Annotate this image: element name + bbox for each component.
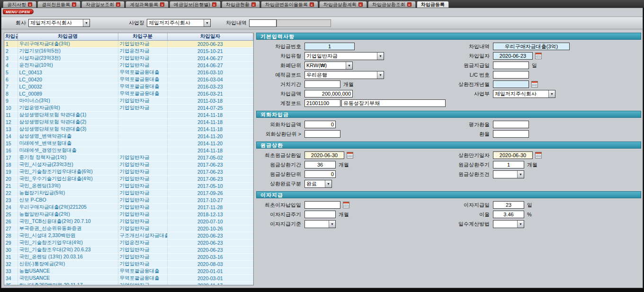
principal-repay-unit-field[interactable] — [304, 170, 336, 178]
table-row[interactable]: 33농협USANCE무역포괄금융대출2020-01-01 — [4, 267, 253, 274]
table-row[interactable]: 26국민_TCB신용대출(2억) 20.7.10기업일반자금2020-07-10 — [4, 218, 253, 225]
loan-date-field[interactable] — [493, 52, 533, 60]
fx-loan-amount-field[interactable] — [304, 121, 336, 128]
table-row[interactable]: 22농협장기차입금(5억)기업일반자금2017-09-26 — [4, 189, 253, 196]
table-row[interactable]: 32신한(-)통장예금(2억)기업일반자금2020-08-03 — [4, 260, 253, 267]
calendar-icon[interactable] — [535, 53, 542, 59]
col-header-loan-date[interactable]: 차입일자 — [167, 33, 253, 40]
interest-pay-day-field[interactable] — [493, 201, 524, 209]
tab-공지사항[interactable]: 공지사항× — [3, 1, 36, 8]
table-row[interactable]: 3시설자금(23억3천)기업일반자금2014-06-27 — [4, 54, 253, 62]
tab-차입금상환조회[interactable]: 차입금상환조회× — [368, 1, 416, 8]
site-select[interactable]: 제일저지주식회사 ▼ — [147, 19, 211, 27]
table-row[interactable]: 34국민USANCE무역포괄금융대출2020-03-01 — [4, 274, 253, 282]
deposit-code-select[interactable]: 우리은행 ▼ — [304, 71, 384, 79]
tab-close-icon[interactable]: × — [358, 2, 363, 7]
tab-label: 공지사항 — [7, 1, 26, 8]
table-row[interactable]: 16미래에셋_경영인보험대출2014-11-18 — [4, 147, 253, 154]
table-row[interactable]: 5LC_00413무역포괄금융대출2016-03-10 — [4, 69, 253, 76]
calendar-icon[interactable] — [347, 152, 353, 159]
table-row[interactable]: 25농협일반자금대출(2억)기업일반자금2018-12-13 — [4, 211, 253, 218]
table-row[interactable]: 35하나대출260백만원 20.11.17기업일반자금2020-11-17 — [4, 282, 253, 285]
loan-type-cell: 무역포괄금융대출 — [118, 267, 167, 274]
calendar-icon[interactable] — [535, 152, 542, 159]
principal-payment-day-field[interactable] — [493, 62, 529, 69]
table-row[interactable]: 19국민_기술창조기업우대대출(6억)기업일반자금2017-06-23 — [4, 168, 253, 175]
table-row[interactable]: 17중기청 정책자금(1억)기업일반자금2017-05-02 — [4, 154, 253, 161]
tab-close-icon[interactable]: × — [160, 2, 164, 7]
tab-차입금변동이율등록[interactable]: 차입금변동이율등록× — [261, 1, 318, 8]
table-row[interactable]: 14삼성생명_변액약관대출2014-11-20 — [4, 133, 253, 140]
tab-close-icon[interactable]: × — [407, 2, 411, 7]
interest-pay-cycle-field[interactable] — [304, 211, 336, 218]
loan-number-field[interactable] — [304, 43, 355, 50]
grace-period-field[interactable] — [304, 80, 340, 88]
table-row[interactable]: 30국민_기술창조우대(2억) 20.6.23기업일반자금2020-06-23 — [4, 246, 253, 253]
table-row[interactable]: 1우리구매자금대출(3억)기업일반자금2020-06-23 — [4, 40, 253, 47]
table-row[interactable]: 24우리구매자금대출(2억)221205기업일반자금2017-11-28 — [4, 204, 253, 211]
tab-차입금상환계획[interactable]: 차입금상환계획× — [319, 1, 367, 8]
table-row[interactable]: 20국민_우수기술기업신용대출(4억)기업일반자금2017-06-23 — [4, 175, 253, 182]
table-row[interactable]: 18국민_시설자금(23억3천)기업일반자금2017-06-23 — [4, 161, 253, 168]
principal-repay-cycle-field[interactable] — [493, 161, 524, 168]
loan-desc-search-input[interactable] — [249, 19, 277, 27]
tab-계정과목등록[interactable]: 계정과목등록× — [125, 1, 169, 8]
tab-결의전표등록[interactable]: 결의전표등록× — [37, 1, 80, 8]
tab-차입금현황[interactable]: 차입금현황× — [222, 1, 260, 8]
eval-exchange-rate-field[interactable] — [493, 121, 529, 128]
first-principal-repay-date-field[interactable] — [304, 151, 344, 159]
lc-number-field[interactable] — [493, 71, 529, 79]
first-interest-pay-date-field[interactable] — [304, 201, 340, 209]
tab-close-icon[interactable]: × — [72, 2, 76, 7]
tab-close-icon[interactable]: × — [310, 2, 314, 7]
loan-type-select[interactable]: 기업일반자금 ▼ — [304, 52, 384, 60]
exchange-rate-field[interactable] — [493, 130, 529, 138]
table-row[interactable]: 28국민_시설대 2,330백만원구조개선시설자금대출2020-06-23 — [4, 232, 253, 239]
table-row[interactable]: 21국민_온렌딩(13억)기업일반자금2017-05-10 — [4, 182, 253, 189]
tab-close-icon[interactable]: × — [116, 2, 120, 7]
company-select[interactable]: 제일저지주식회사 ▼ — [28, 19, 90, 27]
calendar-icon[interactable] — [531, 81, 538, 88]
table-row[interactable]: 27부국증권_선순위유동화증권기업일반자금2020-10-26 — [4, 225, 253, 232]
repay-complete-select[interactable]: 완료 ▼ — [304, 180, 332, 188]
fx-repay-unit-field[interactable] — [304, 130, 340, 138]
col-header-loan-type[interactable]: 차입구분 — [118, 33, 167, 40]
table-row[interactable]: 8LC_00089무역포괄금융대출2016-03-21 — [4, 90, 253, 97]
col-header-loan-name[interactable]: 차입금명 — [18, 33, 118, 40]
table-row[interactable]: 15미래에셋_변액보험대출2014-11-20 — [4, 140, 253, 147]
table-row[interactable]: 29국민_기술창조기업우대(4억)기업운전자금2020-06-23 — [4, 239, 253, 246]
table-row[interactable]: 13삼성생명단체보험 약관대출(3)2014-11-18 — [4, 125, 253, 133]
table-row[interactable]: 31국민_온렌딩 (13억) 20.03.16기업일반자금2020-03-16 — [4, 253, 253, 260]
day-count-method-select[interactable]: ▼ — [493, 220, 524, 228]
table-row[interactable]: 12삼성생명단체보험 약관대출(2)2014-11-18 — [4, 118, 253, 125]
table-row[interactable]: 9마이너스(3억)기업일반자금2011-03-18 — [4, 97, 253, 104]
account-code-field[interactable] — [304, 99, 340, 107]
tab-자금일보조회[interactable]: 자금일보조회× — [81, 1, 125, 8]
calendar-icon[interactable] — [343, 202, 349, 208]
division-select[interactable]: 제일저지주식회사 ▼ — [493, 90, 555, 98]
col-header-loan-code[interactable]: 차입금코드 — [4, 33, 18, 40]
table-row[interactable]: 23신보 P-CBO기업일반자금2017-10-27 — [4, 196, 253, 204]
tab-close-icon[interactable]: × — [28, 2, 32, 7]
table-row[interactable]: 10기업운영자금(6억)기업일반자금2014-07-25 — [4, 104, 253, 111]
maturity-date-field[interactable] — [493, 151, 533, 159]
table-row[interactable]: 6LC_00420무역포괄금융대출2016-03-04 — [4, 76, 253, 83]
loan-description-field[interactable] — [493, 43, 570, 50]
table-row[interactable]: 7LC_00032무역포괄금융대출2016-03-23 — [4, 83, 253, 90]
loan-amount-field[interactable] — [304, 90, 353, 97]
principal-repay-condition-select[interactable]: ▼ — [493, 170, 524, 178]
interest-rate-field[interactable] — [493, 211, 524, 218]
account-name-field[interactable] — [341, 99, 446, 107]
table-row[interactable]: 2기업기보(16억5천)기업운전자금2015-10-21 — [4, 47, 253, 54]
tab-차입금등록[interactable]: 차입금등록 — [417, 1, 449, 8]
table-row[interactable]: 4운전자금(10억)기업일반자금2014-06-27 — [4, 62, 253, 69]
table-row[interactable]: 11삼성생명단체보험 약관대출(1)2014-11-18 — [4, 111, 253, 118]
interest-basis-select[interactable]: ▼ — [304, 220, 336, 228]
tab-close-icon[interactable]: × — [212, 2, 216, 7]
menu-open-button[interactable]: MENU OPEN — [3, 9, 34, 14]
principal-repay-period-field[interactable] — [304, 161, 336, 168]
currency-select[interactable]: KRW(₩) ▼ — [304, 62, 353, 70]
tab-close-icon[interactable]: × — [251, 2, 256, 7]
pre-repayment-month-field[interactable] — [493, 80, 529, 88]
tab-예금일보(은행별)[interactable]: 예금일보(은행별)× — [170, 1, 221, 8]
